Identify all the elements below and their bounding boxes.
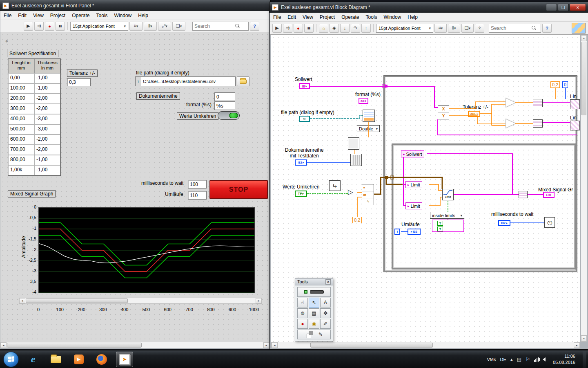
block-diagram-hscrollbar[interactable]: ◂ ▸	[271, 342, 580, 348]
offset-constant[interactable]: 0,2	[550, 81, 560, 88]
add-node[interactable]	[506, 98, 515, 107]
front-panel-hscrollbar[interactable]: ◂ ▸	[0, 342, 270, 348]
step-over-button[interactable]: ↷	[351, 24, 360, 33]
menu-item[interactable]: Help	[404, 13, 421, 21]
table-cell-thickness[interactable]: -1,00	[34, 83, 60, 94]
umlaeufe-indicator-terminal[interactable]: ▸I32	[408, 229, 421, 235]
taskbar-item-firefox[interactable]	[93, 352, 110, 367]
true-constant[interactable]: T	[437, 221, 443, 226]
table-cell-length[interactable]: 1,00k	[8, 165, 34, 175]
bundle-node[interactable]	[533, 99, 543, 107]
mixed-signal-graph-terminal[interactable]: ▸▦	[543, 192, 555, 198]
taskbar-clock[interactable]: 11:06 05.08.2016	[550, 353, 579, 365]
table-cell-thickness[interactable]: -2,00	[34, 145, 60, 155]
help-button[interactable]: ?	[250, 22, 259, 31]
front-panel-titlebar[interactable]: ▶ Exel auslesen gesamt.vi Front Panel *	[0, 0, 270, 11]
read-spreadsheet-vi[interactable]	[363, 110, 375, 122]
distribute-objects-dropdown[interactable]: ⫴▾	[448, 24, 460, 33]
table-cell-length[interactable]: 800,00	[8, 155, 34, 165]
pause-button[interactable]: ▮▮	[304, 24, 314, 33]
start-button[interactable]	[3, 352, 19, 367]
menu-item[interactable]: Help	[135, 11, 151, 20]
table-cell-thickness[interactable]: -2,00	[34, 135, 60, 145]
dokumentenreihe-terminal[interactable]: I32▸	[295, 159, 307, 166]
menu-item[interactable]: Window	[381, 13, 405, 21]
table-row[interactable]: 0,00 -1,00	[8, 73, 60, 83]
line-cluster-constant[interactable]	[570, 99, 580, 109]
minimize-button[interactable]: —	[546, 4, 557, 11]
toleranz-input[interactable]	[67, 78, 91, 86]
scroll-left-icon[interactable]: ◂	[272, 342, 278, 348]
run-continuous-button[interactable]: ⇉	[34, 22, 44, 31]
scroll-right-icon[interactable]: ▸	[256, 298, 262, 303]
vms-indicator[interactable]: VMs	[487, 357, 496, 362]
table-row[interactable]: 100,00 -1,00	[8, 83, 60, 94]
close-button[interactable]: ✕	[570, 4, 586, 11]
zero-constant[interactable]: 0	[562, 81, 568, 88]
automatic-tool-selection-button[interactable]	[297, 287, 331, 297]
table-row[interactable]: 500,00 -3,00	[8, 124, 60, 135]
scrollbar-thumb[interactable]	[581, 42, 586, 115]
dt-constant[interactable]: 0,2	[352, 217, 362, 223]
operate-value-tool[interactable]: ☝	[297, 298, 308, 307]
reverse-array-node[interactable]: ⇆	[329, 180, 341, 191]
table-cell-length[interactable]: 0,00	[8, 73, 34, 83]
font-selector[interactable]: 15pt Application Font ▾	[70, 22, 128, 31]
format-string-terminal[interactable]: abc	[359, 98, 368, 104]
format-input[interactable]	[214, 101, 235, 110]
search-input[interactable]	[194, 23, 234, 29]
pause-button[interactable]: ▮▮	[56, 22, 65, 31]
volume-icon[interactable]	[543, 357, 546, 361]
subtract-node[interactable]	[506, 119, 515, 128]
limit-unbundle-node[interactable]: ▸Limit	[405, 181, 422, 188]
scroll-up-icon[interactable]: ▴	[581, 35, 587, 41]
breakpoint-tool[interactable]: ●	[297, 319, 308, 329]
help-button[interactable]: ?	[542, 24, 552, 33]
edit-text-tool[interactable]: A	[320, 298, 331, 307]
align-objects-dropdown[interactable]: ⌗▾	[434, 24, 447, 33]
scrollbar-thumb[interactable]	[310, 343, 433, 348]
werte-umkehren-toggle[interactable]	[218, 111, 240, 120]
select-node[interactable]: ▷	[348, 188, 353, 196]
menu-item[interactable]: Edit	[284, 13, 299, 21]
scroll-left-icon[interactable]: ◂	[0, 342, 7, 348]
table-row[interactable]: 800,00 -1,00	[8, 155, 60, 165]
reorder-dropdown[interactable]: ❏▾	[461, 24, 474, 33]
probe-tool[interactable]: ◉	[309, 319, 319, 329]
table-row[interactable]: 400,00 -3,00	[8, 114, 60, 124]
menu-item[interactable]: Window	[111, 11, 135, 20]
tray-flag-icon[interactable]: ⚐	[526, 357, 530, 362]
scroll-down-icon[interactable]: ▾	[581, 335, 587, 341]
set-color-tool[interactable]: ✎	[297, 330, 331, 339]
position-select-tool[interactable]: ↖	[309, 298, 319, 307]
unbundle-xy-node[interactable]: X Y	[438, 105, 449, 119]
line-cluster-constant[interactable]	[570, 121, 580, 130]
table-cell-thickness[interactable]: -1,00	[34, 73, 60, 83]
table-cell-thickness[interactable]: -3,00	[34, 114, 60, 124]
object-menu-tool[interactable]: ▤	[309, 308, 319, 318]
menu-item[interactable]: View	[299, 13, 316, 21]
scroll-left-icon[interactable]: ◂	[19, 298, 25, 303]
menu-item[interactable]: Project	[47, 11, 69, 20]
graph-x-scrollbar[interactable]: ◂ ▸	[19, 298, 262, 304]
run-continuous-button[interactable]: ⇉	[283, 24, 292, 33]
reorder-dropdown[interactable]: ❏▾	[172, 22, 185, 31]
scroll-right-icon[interactable]: ▸	[574, 342, 580, 348]
step-out-button[interactable]: ↑	[361, 24, 371, 33]
browse-button[interactable]	[237, 76, 249, 86]
in-range-coerce-node[interactable]: Limit	[442, 189, 454, 200]
scrollbar-thumb[interactable]	[26, 298, 128, 303]
table-row[interactable]: 200,00 -2,00	[8, 94, 60, 104]
table-cell-thickness[interactable]: -2,00	[34, 104, 60, 114]
distribute-objects-dropdown[interactable]: ⫴▾	[144, 22, 157, 31]
inside-limits-dropdown[interactable]: inside limits▾	[430, 212, 464, 219]
table-row[interactable]: 700,00 -2,00	[8, 145, 60, 155]
table-row[interactable]: 600,00 -2,00	[8, 135, 60, 145]
run-button[interactable]: ▶	[24, 22, 33, 31]
table-cell-length[interactable]: 700,00	[8, 145, 34, 155]
stop-button[interactable]: STOP	[209, 180, 268, 199]
menu-item[interactable]: Edit	[15, 11, 30, 20]
table-cell-thickness[interactable]: -1,00	[34, 155, 60, 165]
action-center-icon[interactable]: ▤	[517, 357, 521, 362]
taskbar-item-internet-explorer[interactable]: e	[24, 352, 42, 367]
